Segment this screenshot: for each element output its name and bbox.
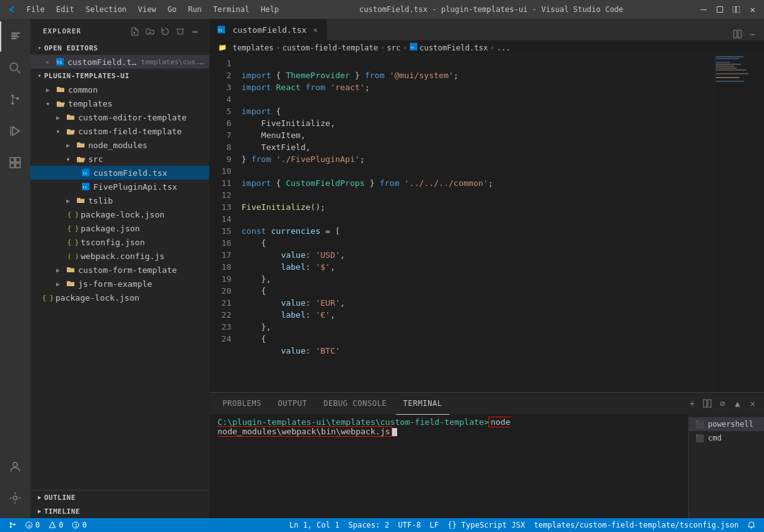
collapse-all-icon[interactable] [174,25,187,38]
line-num-23: 23 [210,321,231,333]
more-options-icon[interactable]: ⋯ [189,25,202,38]
menu-go[interactable]: Go [163,4,182,15]
project-header[interactable]: ▾ PLUGIN-TEMPLATES-UI [30,69,209,83]
terminal-powershell[interactable]: ⬛ powershell [689,417,764,431]
panel-actions: + ⊘ ▲ ✕ [686,397,759,410]
status-errors[interactable]: ✕ 0 [21,518,43,532]
run-activity-icon[interactable] [0,116,30,146]
close-file-icon[interactable]: ✕ [42,57,52,67]
extensions-activity-icon[interactable] [0,147,30,178]
tree-item-custom-form[interactable]: ▶ custom-form-template [30,263,209,277]
settings-activity-icon[interactable] [0,483,30,513]
menu-edit[interactable]: Edit [51,4,79,15]
explorer-activity-icon[interactable] [0,21,30,52]
bread-src[interactable]: src [387,43,401,52]
panel-tab-problems[interactable]: PROBLEMS [215,393,269,415]
tree-item-js-form[interactable]: ▶ js-form-example [30,277,209,291]
line-col-label: Ln 1, Col 1 [289,521,339,529]
source-control-activity-icon[interactable] [0,84,30,115]
status-eol[interactable]: LF [426,518,443,532]
status-spaces[interactable]: Spaces: 2 [344,518,393,532]
tree-item-src[interactable]: ▾ src [30,152,209,166]
maximize-panel-icon[interactable]: ▲ [731,397,744,410]
status-line-col[interactable]: Ln 1, Col 1 [286,518,343,532]
tree-item-templates[interactable]: ▾ templates [30,96,209,110]
svg-rect-13 [10,158,14,162]
tsconfig-status-label: templates/custom-field-template/tsconfig… [534,521,739,529]
menu-help[interactable]: Help [256,4,284,15]
menu-terminal[interactable]: Terminal [208,4,255,15]
layout-button[interactable] [731,4,741,14]
templates-label: templates [68,99,112,108]
panel-content[interactable]: C:\plugin-templates-ui\templates\custom-… [210,415,764,518]
svg-rect-32 [738,30,741,38]
outline-section[interactable]: ▶ OUTLINE [30,490,209,504]
chevron-right-tslib-icon: ▶ [63,195,73,205]
more-tabs-icon[interactable]: ⋯ [746,28,759,40]
status-notifications[interactable] [744,518,759,532]
terminal-cmd[interactable]: ⬛ cmd [689,431,764,445]
status-encoding[interactable]: UTF-8 [394,518,424,532]
tree-item-fiveplugin[interactable]: ts FivePluginApi.tsx [30,180,209,194]
new-folder-icon[interactable] [144,25,156,38]
bread-sep2: › [381,44,385,51]
split-editor-icon[interactable] [731,28,744,40]
search-activity-icon[interactable] [0,53,30,83]
tree-item-node-modules[interactable]: ▶ node_modules [30,138,209,152]
bread-templates[interactable]: templates [233,43,274,52]
timeline-section[interactable]: ▶ TIMELINE [30,504,209,518]
tree-item-pkg-lock[interactable]: { } package-lock.json [30,207,209,221]
svg-line-41 [11,524,14,525]
tree-item-custom-field[interactable]: ▾ custom-field-template [30,124,209,138]
svg-rect-1 [717,7,723,13]
close-panel-icon[interactable]: ✕ [746,397,759,410]
tsx-icon-customfield: ts [81,168,91,178]
menu-selection[interactable]: Selection [81,4,132,15]
split-terminal-icon[interactable] [701,397,714,410]
panel-tab-debug[interactable]: DEBUG CONSOLE [316,393,394,415]
open-editors-header[interactable]: ▾ OPEN EDITORS [30,41,209,55]
sidebar-header: EXPLORER ⋯ [30,19,209,41]
new-terminal-icon[interactable]: + [686,397,698,410]
status-warnings[interactable]: ! 0 [45,518,67,532]
open-editor-item[interactable]: ✕ ts customField.tsx templates\cus... [30,55,209,69]
tree-item-root-pkglock[interactable]: { } package-lock.json [30,291,209,304]
folder-icon-modules [76,140,86,150]
menu-view[interactable]: View [133,4,161,15]
root-pkg-lock-label: package-lock.json [55,293,139,303]
menu-run[interactable]: Run [183,4,207,15]
tree-item-custom-editor[interactable]: ▶ custom-editor-template [30,110,209,124]
svg-text:ts: ts [57,60,62,65]
minimize-button[interactable] [698,4,709,14]
customfield-label: customField.tsx [93,168,167,178]
tree-item-package-json[interactable]: { } package.json [30,221,209,235]
tree-item-common[interactable]: ▶ common [30,83,209,96]
status-info[interactable]: i 0 [68,518,90,532]
svg-point-7 [11,102,14,105]
bread-custom-field[interactable]: custom-field-template [282,43,378,52]
menu-file[interactable]: File [21,4,50,15]
refresh-icon[interactable] [159,25,171,38]
tree-item-tslib[interactable]: ▶ tslib [30,194,209,207]
panel-tab-terminal[interactable]: TERMINAL [396,393,450,415]
minimap [714,55,764,392]
maximize-button[interactable] [715,4,725,14]
tree-item-tsconfig[interactable]: { } tsconfig.json [30,235,209,249]
status-tsconfig[interactable]: templates/custom-field-template/tsconfig… [530,518,743,532]
tab-close-button[interactable]: ✕ [310,25,320,35]
line-num-18: 18 [210,261,231,273]
minimap-content [714,55,764,84]
bread-customfield[interactable]: customField.tsx [420,43,488,52]
new-file-icon[interactable] [129,25,141,38]
bread-ellipsis[interactable]: ... [497,43,511,52]
status-branch[interactable] [5,518,20,532]
code-content[interactable]: import { ThemeProvider } from '@mui/syst… [236,55,714,392]
tree-item-webpack[interactable]: ( ) webpack.config.js [30,249,209,263]
kill-terminal-icon[interactable]: ⊘ [716,397,729,410]
account-activity-icon[interactable] [0,451,30,482]
tab-customfield[interactable]: ts customField.tsx ✕ [210,19,327,40]
tree-item-customfield-tsx[interactable]: ts customField.tsx [30,166,209,180]
status-language[interactable]: {} TypeScript JSX [444,518,529,532]
close-button[interactable]: ✕ [748,4,758,14]
panel-tab-output[interactable]: OUTPUT [270,393,315,415]
